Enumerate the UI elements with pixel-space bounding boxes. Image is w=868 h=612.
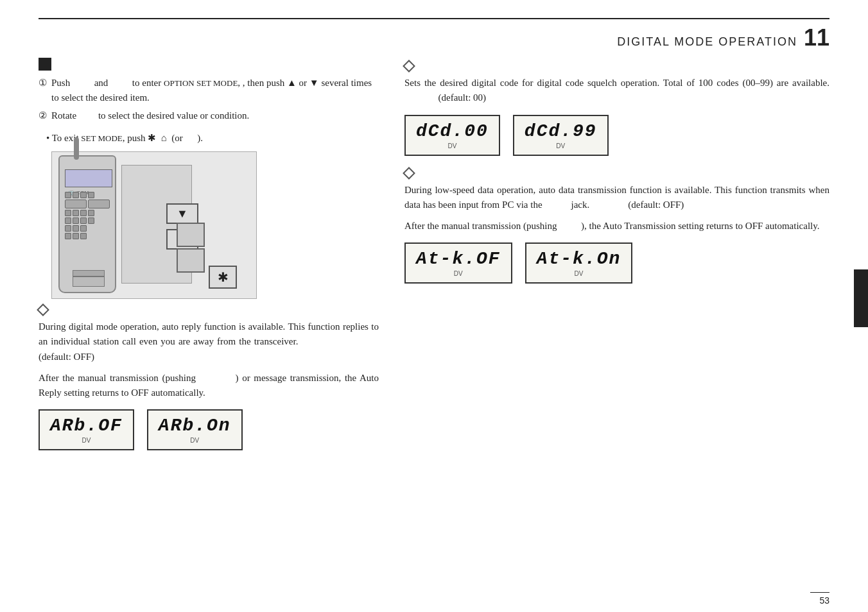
step-2-text: Rotate to select the desired value or co… [51,110,249,121]
radio-btn [73,217,79,224]
radio-btn [65,233,71,239]
radio-btn [65,217,71,224]
radio-btn [80,210,87,216]
radio-btn-large [88,200,110,208]
radio-buttons-area [65,192,112,241]
radio-btn [73,233,79,239]
digital-code-para1: Sets the desired digital code for digita… [404,76,829,106]
auto-tx-para1: During low-speed data operation, auto da… [404,183,829,213]
lcd-atk-on-text: At-k.On [537,249,621,269]
radio-connector-2 [73,270,105,276]
step-1-text: Push and to enter OPTION SET MODE, , the… [51,78,372,103]
page-number: 53 [819,595,829,606]
page-header: DIGITAL MODE OPERATION 11 [617,24,829,51]
lcd-arb-off-text: ARb.OF [50,416,123,436]
auto-reply-para1: During digital mode operation, auto repl… [39,319,379,364]
lcd-dcd-00-text: dCd.00 [416,121,489,141]
radio-btn [88,192,94,198]
radio-illustration: 🏢 iCOM [51,151,257,299]
btn-row-5 [65,225,112,232]
note-or: (or ). [169,133,204,143]
btn-row-2 [65,200,112,208]
right-column: Sets the desired digital code for digita… [404,58,829,293]
radio-btn-large [65,200,87,208]
radio-connector [73,276,105,287]
lcd-atk-on: At-k.On DV [525,242,633,284]
radio-btn [80,225,87,232]
note-icon: ⌂ [156,133,169,143]
auto-tx-diamond [404,169,829,178]
lcd-atk-off-text: At-k.OF [416,249,501,269]
lcd-arb-off: ARb.OF DV [39,409,134,450]
radio-btn [73,192,79,198]
note-line: • To exit SET MODE, push ✱ ⌂ (or ). [46,131,379,146]
btn-row-3 [65,210,112,216]
lcd-atk-off: At-k.OF DV [404,242,512,284]
note-push: , push [123,133,148,143]
diamond-icon-right-2 [403,167,415,180]
lcd-dcd-00: dCd.00 DV [404,115,500,156]
lcd-atk-off-label: DV [454,270,463,277]
radio-btn [65,225,71,232]
set-mode-label: SET MODE [81,133,122,143]
lcd-dcd-00-label: DV [447,142,456,149]
btn-row-6 [65,233,112,239]
radio-btn [73,225,79,232]
right-block-decoration [854,269,868,327]
left-section-header [39,58,379,71]
lcd-arb-on-text: ARb.On [159,416,231,436]
diamond-icon-left [37,303,49,316]
step-1-num: ① [39,76,47,90]
arrow-down-button[interactable]: ▼ [166,203,198,224]
lcd-dcd-99-label: DV [556,142,565,149]
lcd-arb-off-label: DV [82,437,91,444]
radio-screen [65,169,112,187]
auto-reply-para2: After the manual transmission (pushing )… [39,371,379,401]
left-column: ① Push and to enter OPTION SET MODE, , t… [39,58,379,459]
chapter-number: 11 [804,24,829,51]
lcd-arb-on: ARb.On DV [147,409,243,450]
lcd-dcd-99-text: dCd.99 [525,121,597,141]
btn-row-4 [65,217,112,224]
auto-tx-lcd-pair: At-k.OF DV At-k.On DV [404,242,829,284]
btn-row-1 [65,192,112,198]
square-button-2[interactable] [177,248,205,273]
step-list: ① Push and to enter OPTION SET MODE, , t… [39,76,379,123]
step-1: ① Push and to enter OPTION SET MODE, , t… [39,76,379,105]
column-divider [388,58,389,584]
radio-btn [80,192,87,198]
lcd-dcd-99: dCd.99 DV [513,115,609,156]
radio-btn [73,210,79,216]
digital-code-diamond [404,62,829,71]
radio-btn [80,233,87,239]
diamond-icon-right-1 [403,60,415,72]
square-button-1[interactable] [177,223,205,247]
radio-antenna [74,137,79,160]
page-num-line [810,592,829,593]
radio-btn [65,210,71,216]
auto-reply-lcd-pair: ARb.OF DV ARb.On DV [39,409,379,450]
black-square-icon [39,58,51,71]
star-symbol: ✱ [148,133,156,143]
lcd-arb-on-label: DV [190,437,199,444]
step-2: ② Rotate to select the desired value or … [39,108,379,123]
top-border [39,18,829,19]
radio-btn [80,217,87,224]
radio-btn [88,210,94,216]
radio-btn [65,192,71,198]
header-title: DIGITAL MODE OPERATION [617,35,797,49]
star-button[interactable]: ✱ [209,266,237,289]
step-2-num: ② [39,108,47,123]
radio-body: 🏢 iCOM [58,155,116,293]
arrow-or-label: ▲ or ▼ [287,78,319,88]
radio-btn [88,217,94,224]
auto-reply-diamond [39,305,379,314]
lcd-atk-on-label: DV [574,270,583,277]
star-icon: ✱ [218,269,229,285]
option-set-mode-label: OPTION SET MODE [164,78,238,88]
auto-tx-para2: After the manual transmission (pushing )… [404,219,829,234]
content-area: ① Push and to enter OPTION SET MODE, , t… [39,58,829,586]
digital-code-lcd-pair: dCd.00 DV dCd.99 DV [404,115,829,156]
